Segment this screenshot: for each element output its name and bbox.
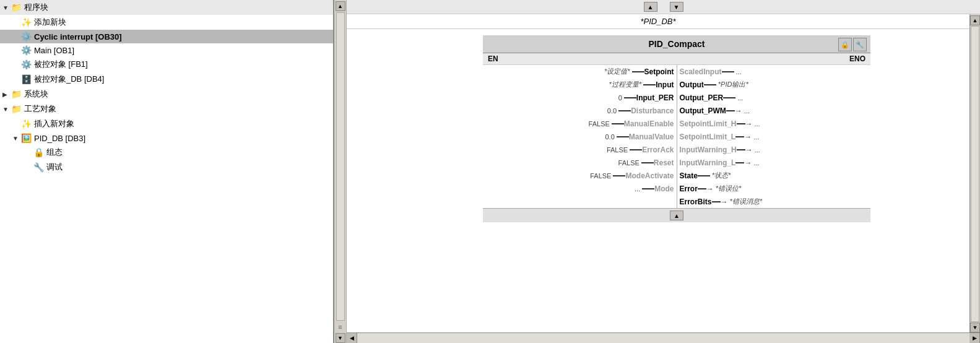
tree-item-add-block[interactable]: ✨ 添加新块 (0, 15, 333, 30)
pid-diagram-area: *PID_DB* PID_Compact 🔒 🔧 EN ENO (347, 14, 969, 332)
manual-enable-wire (612, 123, 624, 124)
port-mode: ... Mode (483, 182, 677, 195)
main-ob1-label: Main [OB1] (34, 46, 74, 55)
right-scroll-down[interactable]: ▼ (970, 323, 980, 332)
port-input-per: 0 Input_PER (483, 91, 677, 104)
port-manual-value: 0.0 ManualValue (483, 130, 677, 143)
input-warning-h-wire (737, 149, 745, 150)
tree-item-debug[interactable]: 🔧 调试 (0, 160, 333, 175)
tree-item-insert-obj[interactable]: ✨ 插入新对象 (0, 116, 333, 131)
h-scroll-left[interactable]: ◀ (347, 333, 357, 344)
debug-label: 调试 (46, 162, 63, 173)
add-block-icon: ✨ (21, 17, 32, 27)
en-label: EN (488, 54, 498, 63)
mode-activate-value: FALSE (590, 172, 611, 180)
error-ack-value: FALSE (607, 146, 628, 154)
toggle-tech-folder[interactable]: ▼ (2, 106, 11, 113)
setpoint-l-name: SetpointLimit_L (680, 132, 736, 141)
controlled-fb1-label: 被控对象 [FB1] (34, 59, 88, 70)
pid-block-header: PID_Compact 🔒 🔧 (483, 35, 870, 53)
input-warning-l-wire (735, 162, 744, 163)
port-manual-enable: FALSE ManualEnable (483, 117, 677, 130)
state-name: State (680, 172, 698, 180)
tree-item-controlled-db4[interactable]: 🗄️ 被控对象_DB [DB4] (0, 72, 333, 87)
top-nav-row: ▲ ▼ (347, 0, 980, 14)
tree-item-pid-db3[interactable]: ▼ 🖼️ PID_DB [DB3] (0, 131, 333, 145)
scroll-track-mid[interactable] (336, 12, 345, 321)
output-value: *PID输出* (718, 80, 748, 89)
input-warning-l-name: InputWarning_L (680, 158, 736, 167)
port-error-bits: ErrorBits → *错误消息* (677, 195, 871, 208)
h-scroll-track[interactable] (357, 333, 969, 344)
manual-value-wire (617, 136, 629, 137)
error-arrow: → (706, 185, 714, 193)
tree-item-main-ob1[interactable]: ⚙️ Main [OB1] (0, 43, 333, 57)
tree-item-cyclic[interactable]: ⚙️ Cyclic interrupt [OB30] (0, 30, 333, 43)
error-bits-arrow: → (721, 198, 728, 206)
insert-obj-icon: ✨ (21, 119, 32, 129)
output-per-value: ... (737, 94, 743, 102)
tree-item-system-folder[interactable]: ▶ 📁 系统块 (0, 87, 333, 102)
tree-item-controlled-fb1[interactable]: ⚙️ 被控对象 [FB1] (0, 57, 333, 72)
setpoint-name: Setpoint (644, 67, 674, 76)
port-output-per: Output_PER ... (677, 91, 871, 104)
pid-db3-icon: 🖼️ (21, 133, 32, 143)
state-value: *状态* (712, 171, 731, 180)
pid-block-icons: 🔒 🔧 (838, 38, 867, 51)
block-nav-up[interactable]: ▲ (670, 211, 683, 220)
nav-down-btn[interactable]: ▼ (670, 2, 683, 12)
input-value: *过程变量* (609, 80, 642, 89)
spacer8 (25, 164, 33, 171)
scroll-down-btn[interactable]: ▼ (336, 333, 345, 343)
config-icon: 🔒 (33, 147, 44, 157)
tree-item-config[interactable]: 🔒 组态 (0, 145, 333, 160)
port-error: Error → *错误位* (677, 182, 871, 195)
scroll-mid-indicator: ≡ (337, 322, 343, 332)
output-pwm-name: Output_PWM (680, 106, 726, 115)
tree-item-prog-folder[interactable]: ▼ 📁 程序块 (0, 0, 333, 15)
disturbance-value: 0.0 (607, 107, 617, 115)
port-output-pwm: Output_PWM → ... (677, 104, 871, 117)
error-name: Error (680, 185, 698, 193)
scroll-up-btn[interactable]: ▲ (336, 1, 345, 11)
pid-icon-lock[interactable]: 🔒 (838, 38, 852, 51)
spacer4 (12, 61, 21, 68)
input-wire (643, 84, 656, 85)
system-folder-label: 系统块 (24, 89, 48, 100)
output-pwm-arrow: → (735, 106, 742, 115)
mode-activate-wire (613, 175, 625, 176)
tree-item-tech-folder[interactable]: ▼ 📁 工艺对象 (0, 102, 333, 116)
h-scroll-right[interactable]: ▶ (969, 333, 980, 344)
input-per-wire (624, 97, 636, 98)
port-error-ack: FALSE ErrorAck (483, 143, 677, 156)
spacer6 (12, 121, 21, 128)
middle-scrollbar: ▲ ≡ ▼ (334, 0, 347, 343)
port-output: Output *PID输出* (677, 78, 871, 91)
error-ack-wire (630, 149, 642, 150)
error-value: *错误位* (716, 184, 742, 193)
port-mode-activate: FALSE ModeActivate (483, 169, 677, 182)
nav-up-btn[interactable]: ▲ (644, 2, 657, 12)
spacer3 (12, 47, 21, 54)
toggle-system-folder[interactable]: ▶ (2, 91, 11, 98)
toggle-prog-folder[interactable]: ▼ (2, 4, 11, 11)
manual-enable-value: FALSE (589, 120, 610, 128)
scaled-input-wire (722, 71, 734, 72)
disturbance-name: Disturbance (631, 106, 674, 115)
ob-cyclic-icon: ⚙️ (21, 32, 32, 41)
right-scroll-up[interactable]: ▲ (970, 15, 980, 25)
setpoint-h-value: ... (755, 120, 760, 128)
right-scroll-track[interactable] (971, 26, 979, 322)
input-name: Input (656, 80, 674, 89)
right-panel: ▲ ▼ *PID_DB* PID_Compact 🔒 🔧 (347, 0, 980, 343)
config-label: 组态 (46, 147, 63, 158)
mode-wire (642, 188, 654, 189)
cyclic-label: Cyclic interrupt [OB30] (34, 32, 122, 41)
ob1-icon: ⚙️ (21, 45, 32, 55)
state-wire (698, 175, 710, 176)
toggle-pid-db3[interactable]: ▼ (12, 135, 21, 142)
output-wire (704, 84, 716, 85)
pid-icon-debug[interactable]: 🔧 (853, 38, 867, 51)
port-input-warning-l: InputWarning_L → ... (677, 156, 871, 169)
setpoint-value: *设定值* (604, 67, 630, 76)
